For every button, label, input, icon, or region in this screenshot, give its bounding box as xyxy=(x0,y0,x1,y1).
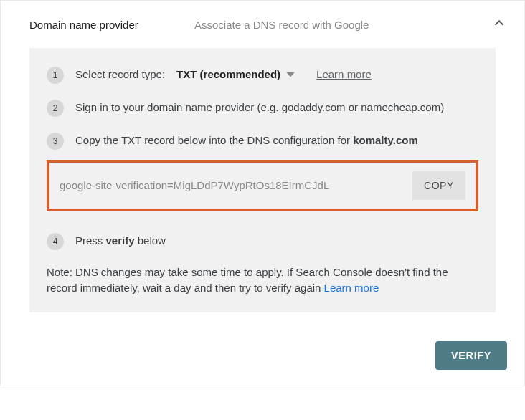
chevron-down-icon xyxy=(286,70,295,79)
domain-name: komalty.com xyxy=(353,134,418,146)
steps-container: 1 Select record type: TXT (recommended) … xyxy=(29,48,496,312)
step-4-suffix: below xyxy=(135,234,166,247)
step-4-bold: verify xyxy=(106,234,135,247)
step-1: 1 Select record type: TXT (recommended) … xyxy=(47,67,478,84)
learn-more-note-link[interactable]: Learn more xyxy=(324,282,379,294)
txt-record-value[interactable]: google-site-verification=MigLDdP7WypRtOs… xyxy=(60,178,402,194)
verification-panel: Domain name provider Associate a DNS rec… xyxy=(0,0,525,386)
txt-record-box: google-site-verification=MigLDdP7WypRtOs… xyxy=(47,160,478,211)
panel-subtitle: Associate a DNS record with Google xyxy=(194,19,491,31)
verify-button[interactable]: VERIFY xyxy=(435,341,507,370)
step-1-badge: 1 xyxy=(47,67,64,84)
step-3-prefix: Copy the TXT record below into the DNS c… xyxy=(75,134,353,146)
record-type-select[interactable]: TXT (recommended) xyxy=(176,67,295,82)
copy-button[interactable]: COPY xyxy=(412,171,465,200)
step-3: 3 Copy the TXT record below into the DNS… xyxy=(47,133,478,211)
chevron-up-icon[interactable] xyxy=(491,15,507,34)
step-2-badge: 2 xyxy=(47,100,64,117)
step-2: 2 Sign in to your domain name provider (… xyxy=(47,100,478,117)
panel-header[interactable]: Domain name provider Associate a DNS rec… xyxy=(1,1,524,48)
step-2-text: Sign in to your domain name provider (e.… xyxy=(75,100,478,115)
panel-title: Domain name provider xyxy=(29,19,194,31)
note-body: Note: DNS changes may take some time to … xyxy=(47,266,448,295)
learn-more-record-type-link[interactable]: Learn more xyxy=(316,67,372,82)
step-4-prefix: Press xyxy=(75,234,106,247)
step-4-badge: 4 xyxy=(47,233,64,250)
record-type-value: TXT (recommended) xyxy=(176,67,280,82)
step-4: 4 Press verify below xyxy=(47,233,478,250)
panel-footer: VERIFY xyxy=(1,330,524,386)
note-text: Note: DNS changes may take some time to … xyxy=(47,264,478,297)
step-3-badge: 3 xyxy=(47,133,64,150)
record-type-label: Select record type: xyxy=(75,67,165,82)
